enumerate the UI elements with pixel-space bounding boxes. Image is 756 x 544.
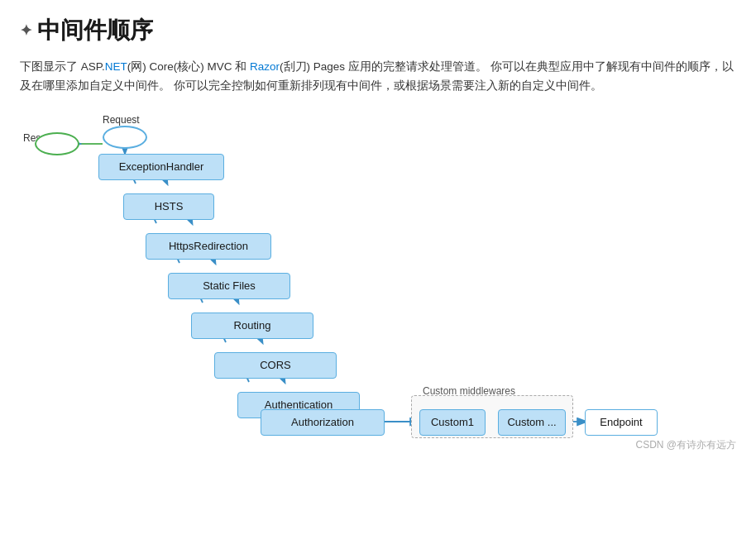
custom2-box: Custom ... (498, 409, 566, 436)
custom1-box: Custom1 (419, 409, 486, 436)
middleware-static: Static Files (168, 273, 290, 299)
description: 下图显示了 ASP.NET(网) Core(核心) MVC 和 Razor(刮刀… (20, 58, 736, 96)
middleware-authz: Authorization (261, 409, 385, 436)
middleware-cors: CORS (214, 352, 337, 379)
response-oval (35, 132, 79, 155)
request-label: Request (103, 114, 140, 126)
middleware-hsts: HSTS (123, 193, 214, 220)
custom-middlewares-label: Custom middlewares (423, 385, 515, 397)
footer: CSDN @有诗亦有远方 (20, 438, 736, 452)
page-title: ✦ 中间件顺序 (20, 15, 736, 46)
middleware-exception: ExceptionHandler (98, 154, 224, 180)
middleware-https: HttpsRedirection (146, 233, 271, 260)
star-icon: ✦ (20, 21, 32, 40)
request-oval (103, 126, 147, 149)
endpoint-box: Endpoint (585, 409, 658, 436)
middleware-routing: Routing (191, 313, 313, 339)
diagram-area: Request Response ExceptionHandler HSTS H… (20, 114, 731, 428)
